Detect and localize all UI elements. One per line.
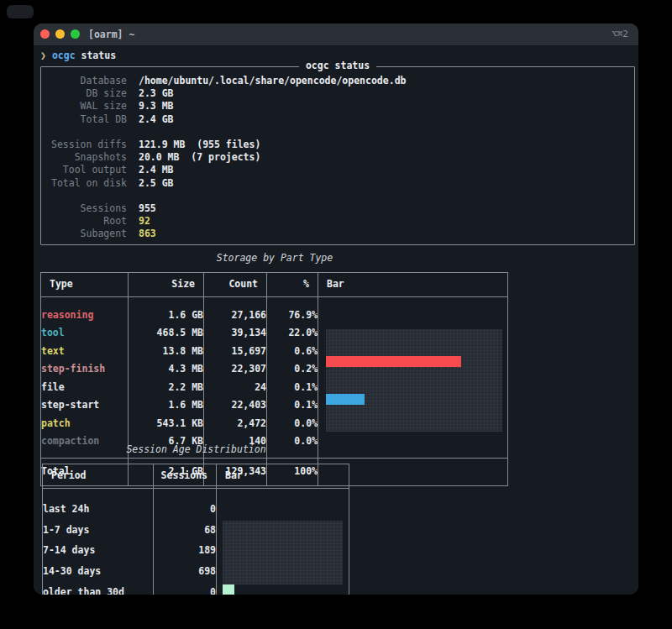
status-line: Session diffs121.9 MB (955 files) [41,139,634,151]
session-bar-cell [217,489,349,595]
storage-section-title: Storage by Part Type [40,252,509,265]
status-line: Total on disk2.5 GB [41,177,634,190]
status-line: Root92 [41,215,634,228]
background-window-fragment [7,5,34,18]
status-lines: Database/home/ubuntu/.local/share/openco… [41,67,634,240]
bar-slot [326,432,502,444]
storage-bar-cell [318,297,508,459]
spacer-row [41,297,508,307]
session-section-title: Session Age Distribution [42,443,350,456]
zoom-button[interactable] [71,29,80,39]
blank-line [41,126,634,139]
bar-slot [326,393,502,406]
bar-tool [326,394,365,405]
col-header-type: Type [41,273,129,297]
bar-slot [326,584,502,595]
storage-header-row: Type Size Count % Bar [41,273,508,297]
terminal-window: [oarm] ~ ⌥⌘2 ❯ ocgc status ocgc status D… [34,24,638,595]
session-header-row: Period Sessions Bar [43,464,349,489]
prompt-symbol: ❯ [40,50,46,61]
col-header-sessions: Sessions [154,464,217,489]
col-header-count: Count [204,273,267,297]
bar-slot [326,470,502,483]
close-button[interactable] [40,29,50,39]
status-line: Sessions955 [41,202,634,215]
status-box-title: ocgc status [299,60,376,72]
session-age-table: Period Sessions Bar [42,464,349,595]
status-line: Snapshots20.0 MB (7 projects) [41,151,634,164]
spacer-row [43,489,349,500]
status-line: DB size2.3 GB [41,87,634,100]
col-header-bar: Bar [217,464,349,489]
bar-slot [326,508,502,521]
command-prompt: ❯ ocgc status [40,50,116,62]
bar-reasoning [326,356,461,367]
prompt-command: ocgc [52,50,76,61]
bar-slot [223,584,343,595]
status-summary-box: ocgc status Database/home/ubuntu/.local/… [40,66,635,245]
status-line: Total DB2.4 GB [41,113,634,126]
bar-slot [326,547,502,559]
bar-slot [326,355,502,368]
titlebar[interactable]: [oarm] ~ ⌥⌘2 [34,24,638,46]
minimize-button[interactable] [55,29,65,39]
bar-slot [223,547,343,559]
bar-1-7-days [223,584,234,595]
col-header-bar: Bar [318,273,508,297]
window-title: [oarm] ~ [88,29,134,40]
status-line: WAL size9.3 MB [41,100,634,113]
status-line: Database/home/ubuntu/.local/share/openco… [41,75,634,87]
status-line: Subagent863 [41,228,634,240]
col-header-period: Period [43,464,154,489]
storage-bar-chart [326,329,502,432]
status-line: Tool output2.4 MB [41,164,634,176]
prompt-args: status [81,50,117,61]
terminal-screen[interactable]: ❯ ocgc status ocgc status Database/home/… [34,46,638,595]
col-header-pct: % [267,273,318,297]
blank-line [41,190,634,202]
traffic-lights [40,29,80,39]
tab-shortcut-badge: ⌥⌘2 [612,29,628,39]
session-bar-chart [223,521,343,584]
col-header-size: Size [129,273,204,297]
